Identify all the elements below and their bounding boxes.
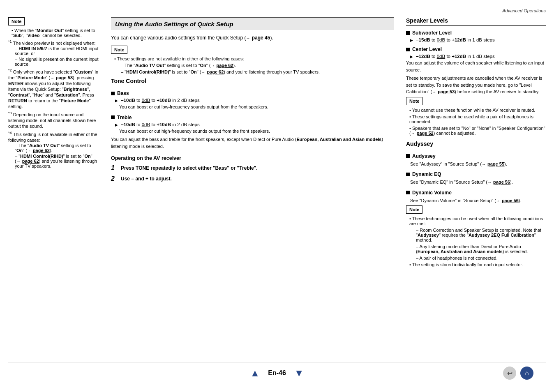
note-label-audyssey: Note	[406, 205, 422, 214]
footnote-4: *4 This setting is not available in eith…	[8, 131, 99, 168]
prev-page-button[interactable]: ▲	[250, 367, 260, 379]
list-item: Any listening mode other than Direct or …	[406, 244, 546, 254]
list-item: "HDMI Control(RIHD)" is set to "On" (→ p…	[111, 69, 394, 74]
audyssey-note-list: These technologies can be used when all …	[406, 216, 546, 267]
home-icon: ⌂	[525, 369, 529, 377]
footnote-1: *1 The video preview is not displayed wh…	[8, 39, 99, 67]
speaker-levels-heading: Speaker Levels	[406, 17, 546, 26]
intro-text: You can change various audio settings fr…	[111, 34, 394, 42]
bottom-icons: ↩ ⌂	[503, 367, 533, 380]
operating-heading: Operating on the AV receiver	[111, 155, 394, 161]
center-heading: Center Level	[406, 46, 546, 52]
audyssey-sub-heading: Audyssey	[406, 153, 546, 159]
footnote-3: *3 Depending on the input source and lis…	[8, 111, 99, 129]
treble-range: –10dB to 0dB to +10dB in 2 dB steps	[111, 122, 394, 127]
square-bullet-icon	[406, 154, 410, 158]
dynamic-volume-heading: Dynamic Volume	[406, 190, 546, 196]
right-column: Speaker Levels Subwoofer Level –15dB to …	[406, 17, 546, 362]
tone-control-heading: Tone Control	[111, 78, 394, 86]
left-column: Note When the "Monitor Out" setting is s…	[8, 17, 99, 362]
back-button[interactable]: ↩	[503, 367, 516, 380]
middle-column: Using the Audio Settings of Quick Setup …	[107, 17, 398, 362]
treble-heading: Treble	[111, 115, 394, 120]
dynamic-volume-text: See "Dynamic Volume" in "Source Setup" (…	[406, 197, 546, 204]
list-item: These technologies can be used when all …	[406, 216, 546, 226]
bass-heading: Bass	[111, 90, 394, 96]
list-item: The setting is stored individually for e…	[406, 262, 546, 267]
square-bullet-icon	[406, 191, 410, 194]
list-item: These settings are not available in eith…	[111, 56, 394, 61]
left-note-list: When the "Monitor Out" setting is set to…	[8, 28, 99, 38]
next-page-button[interactable]: ▼	[294, 367, 304, 379]
speaker-desc1: You can adjust the volume of each speake…	[406, 60, 546, 73]
page-header-label: Advanced Operations	[8, 8, 546, 13]
section-title: Using the Audio Settings of Quick Setup	[111, 17, 394, 30]
tone-control-section: Tone Control Bass –10dB to 0dB to +10dB …	[111, 78, 394, 150]
center-range: –12dB to 0dB to +12dB in 1 dB steps	[406, 54, 546, 59]
bass-range: –10dB to 0dB to +10dB in 2 dB steps	[111, 98, 394, 103]
footnote-2: *2 Only when you have selected "Custom" …	[8, 68, 99, 109]
treble-desc: You can boost or cut high-frequency soun…	[111, 128, 394, 135]
subwoofer-heading: Subwoofer Level	[406, 30, 546, 36]
list-item: You cannot use these function while the …	[406, 108, 546, 113]
operating-section: Operating on the AV receiver 1 Press TON…	[111, 155, 394, 182]
speaker-desc2: These temporary adjustments are cancelle…	[406, 75, 546, 95]
list-item: Room Correction and Speaker Setup is com…	[406, 228, 546, 242]
square-bullet-icon	[406, 31, 410, 35]
note-label-right: Note	[406, 97, 422, 105]
tone-footer: You can adjust the bass and treble for t…	[111, 136, 394, 150]
list-item: The "Audio TV Out" setting is set to "On…	[111, 63, 394, 68]
right-note-list: You cannot use these function while the …	[406, 108, 546, 136]
step-1: 1 Press TONE repeatedly to select either…	[111, 164, 394, 172]
square-bullet-icon	[111, 92, 115, 95]
note-label-middle: Note	[111, 46, 127, 54]
audyssey-text: See "Audyssey" in "Source Setup" (→ page…	[406, 161, 546, 168]
step-2: 2 Use – and + to adjust.	[111, 175, 394, 182]
list-item: When the "Monitor Out" setting is set to…	[8, 28, 99, 38]
bass-desc: You can boost or cut low-frequency sound…	[111, 104, 394, 111]
bottom-bar: ▲ En-46 ▼ ↩ ⌂	[8, 362, 546, 384]
dynamic-eq-heading: Dynamic EQ	[406, 171, 546, 177]
home-button[interactable]: ⌂	[520, 367, 533, 380]
list-item: A pair of headphones is not connected.	[406, 256, 546, 261]
subwoofer-range: –15dB to 0dB to +12dB in 1 dB steps	[406, 37, 546, 42]
middle-note-list: These settings are not available in eith…	[111, 56, 394, 74]
page-number: En-46	[268, 369, 286, 377]
square-bullet-icon	[406, 48, 410, 51]
audyssey-heading: Audyssey	[406, 141, 546, 149]
dynamic-eq-text: See "Dynamic EQ" in "Source Setup" (→ pa…	[406, 179, 546, 186]
note-label-left: Note	[8, 17, 25, 25]
square-bullet-icon	[111, 115, 115, 119]
back-icon: ↩	[507, 369, 512, 377]
list-item: Speakers that are set to "No" or "None" …	[406, 126, 546, 136]
square-bullet-icon	[406, 173, 410, 176]
list-item: These settings cannot be used while a pa…	[406, 114, 546, 124]
